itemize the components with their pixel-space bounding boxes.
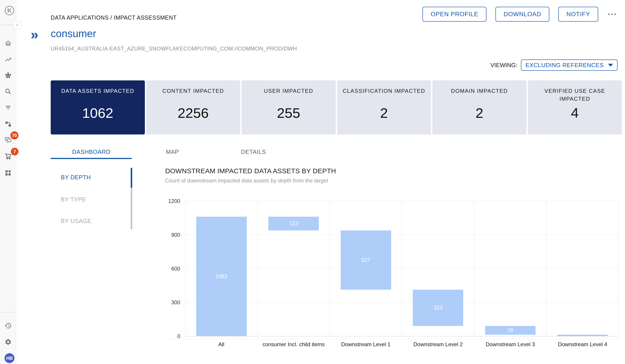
cart-icon bbox=[4, 152, 12, 161]
viewing-dropdown-value: EXCLUDING REFERENCES bbox=[525, 62, 604, 69]
y-tick-label: 600 bbox=[171, 266, 180, 272]
stat-card-domain[interactable]: DOMAIN IMPACTED 2 bbox=[432, 80, 527, 134]
stat-cards-row: DATA ASSETS IMPACTED 1062 CONTENT IMPACT… bbox=[51, 80, 622, 134]
viewing-control: VIEWING: EXCLUDING REFERENCES bbox=[490, 60, 618, 71]
history-icon bbox=[4, 322, 12, 330]
apps-grid-icon bbox=[4, 169, 12, 178]
sidebar-item-search[interactable] bbox=[0, 87, 16, 97]
viewing-label: VIEWING: bbox=[490, 62, 517, 69]
subnav-scrollbar[interactable] bbox=[131, 168, 132, 229]
bar-segment[interactable]: 122 bbox=[268, 217, 319, 230]
bar-value-label: 78 bbox=[507, 327, 513, 334]
trending-up-icon bbox=[4, 56, 12, 64]
tab-dashboard[interactable]: DASHBOARD bbox=[51, 146, 132, 159]
search-icon bbox=[4, 88, 12, 96]
double-chevron-icon: » bbox=[31, 28, 38, 41]
sidebar-item-hierarchy[interactable] bbox=[0, 119, 16, 130]
bar-segment[interactable]: 78 bbox=[485, 326, 535, 335]
sidebar-item-apps[interactable] bbox=[0, 168, 16, 179]
chart-column: 527 bbox=[330, 201, 402, 336]
stat-card-content[interactable]: CONTENT IMPACTED 2256 bbox=[146, 80, 240, 134]
stat-card-label: DATA ASSETS IMPACTED bbox=[51, 87, 145, 95]
app-logo-icon[interactable]: K bbox=[5, 6, 14, 15]
x-axis: Allconsumer Incl. child itemsDownstream … bbox=[185, 341, 619, 348]
stat-card-value: 2 bbox=[432, 105, 527, 121]
bar-segment[interactable]: 527 bbox=[341, 230, 391, 290]
home-icon bbox=[4, 40, 12, 48]
chart-column: 1062 bbox=[186, 201, 257, 336]
bar-value-label: 1062 bbox=[215, 273, 227, 279]
sidebar-item-history[interactable] bbox=[0, 321, 16, 331]
y-tick-label: 300 bbox=[171, 299, 180, 306]
plot-area: 106212252732378 bbox=[185, 201, 619, 336]
x-axis-label: Downstream Level 1 bbox=[330, 341, 402, 348]
stat-card-verified-use-case[interactable]: VERIFIED USE CASE IMPACTED 4 bbox=[528, 80, 622, 134]
stat-card-label: VERIFIED USE CASE IMPACTED bbox=[540, 87, 610, 103]
subnav-active-indicator bbox=[131, 168, 132, 188]
chart-column: 323 bbox=[402, 201, 474, 336]
page-subtitle: UR45154_AUSTRALIA-EAST_AZURE_SNOWFLAKECO… bbox=[51, 46, 297, 52]
chart-column: 78 bbox=[474, 201, 546, 336]
header-actions: OPEN PROFILE DOWNLOAD NOTIFY bbox=[422, 7, 617, 22]
stat-card-value: 2256 bbox=[146, 105, 240, 121]
tab-details[interactable]: DETAILS bbox=[213, 146, 294, 159]
tab-map[interactable]: MAP bbox=[132, 146, 213, 159]
bar-value-label: 122 bbox=[289, 220, 298, 227]
plot-bottom-divider bbox=[165, 339, 619, 339]
stat-card-value: 4 bbox=[528, 105, 622, 121]
page-title: consumer bbox=[51, 28, 96, 40]
sidebar-item-settings[interactable] bbox=[0, 337, 16, 348]
cart-count-badge: 7 bbox=[11, 148, 18, 155]
sidebar-bottom-divider bbox=[1, 312, 14, 312]
bar-segment[interactable]: 1062 bbox=[196, 217, 247, 336]
viewing-dropdown[interactable]: EXCLUDING REFERENCES bbox=[521, 60, 618, 71]
stat-card-label: USER IMPACTED bbox=[242, 87, 336, 95]
stat-card-label: CLASSIFICATION IMPACTED bbox=[337, 87, 431, 95]
x-axis-label: consumer Incl. child items bbox=[257, 341, 330, 348]
chat-icon bbox=[4, 136, 12, 144]
sidebar-item-trends[interactable] bbox=[0, 55, 16, 65]
subnav-item-by-depth[interactable]: BY DEPTH bbox=[61, 174, 91, 181]
sidebar-divider bbox=[1, 25, 13, 25]
x-axis-label: All bbox=[185, 341, 257, 348]
gear-icon bbox=[4, 338, 12, 346]
bar-value-label: 527 bbox=[361, 257, 370, 263]
network-hub-icon bbox=[4, 72, 12, 80]
sidebar-expand-button[interactable]: › bbox=[13, 21, 21, 29]
stat-card-value: 255 bbox=[242, 105, 336, 121]
stat-card-data-assets[interactable]: DATA ASSETS IMPACTED 1062 bbox=[51, 80, 145, 134]
bar-segment[interactable]: 323 bbox=[413, 290, 463, 326]
y-tick-label: 0 bbox=[177, 333, 180, 339]
subnav-item-by-type[interactable]: BY TYPE bbox=[61, 196, 86, 203]
subnav-item-by-usage[interactable]: BY USAGE bbox=[61, 218, 92, 225]
chart-column: 122 bbox=[257, 201, 330, 336]
y-tick-label: 1200 bbox=[168, 198, 180, 204]
x-axis-label: Downstream Level 3 bbox=[474, 341, 547, 348]
x-axis-label: Downstream Level 4 bbox=[546, 341, 619, 348]
hierarchy-icon bbox=[4, 121, 12, 129]
stat-card-user[interactable]: USER IMPACTED 255 bbox=[242, 80, 336, 134]
stat-card-label: CONTENT IMPACTED bbox=[146, 87, 240, 95]
chart-title: DOWNSTREAM IMPACTED DATA ASSETS BY DEPTH bbox=[165, 167, 336, 175]
sidebar-item-home[interactable] bbox=[0, 38, 16, 49]
x-axis-label: Downstream Level 2 bbox=[402, 341, 474, 348]
breadcrumb: DATA APPLICATIONS / IMPACT ASSESSMENT bbox=[51, 14, 177, 21]
bar-segment[interactable] bbox=[557, 335, 608, 336]
sidebar-item-lineage-hub[interactable] bbox=[0, 71, 16, 81]
stat-card-classification[interactable]: CLASSIFICATION IMPACTED 2 bbox=[337, 80, 431, 134]
user-avatar[interactable]: HB bbox=[4, 353, 14, 363]
stat-card-value: 2 bbox=[337, 105, 431, 121]
bar-value-label: 323 bbox=[434, 304, 442, 311]
main-tabs: DASHBOARD MAP DETAILS bbox=[51, 146, 294, 159]
more-actions-button[interactable] bbox=[607, 11, 617, 17]
chart-subtitle: Count of downstream impacted data assets… bbox=[165, 178, 328, 184]
filter-icon bbox=[4, 104, 12, 112]
download-button[interactable]: DOWNLOAD bbox=[496, 7, 549, 22]
stat-card-value: 1062 bbox=[51, 105, 145, 121]
notify-button[interactable]: NOTIFY bbox=[558, 7, 598, 22]
y-axis: 03006009001200 bbox=[156, 201, 183, 336]
sidebar-item-filter[interactable] bbox=[0, 103, 16, 113]
chat-count-badge: 70 bbox=[10, 131, 18, 139]
open-profile-button[interactable]: OPEN PROFILE bbox=[422, 7, 486, 22]
y-tick-label: 900 bbox=[171, 232, 180, 238]
